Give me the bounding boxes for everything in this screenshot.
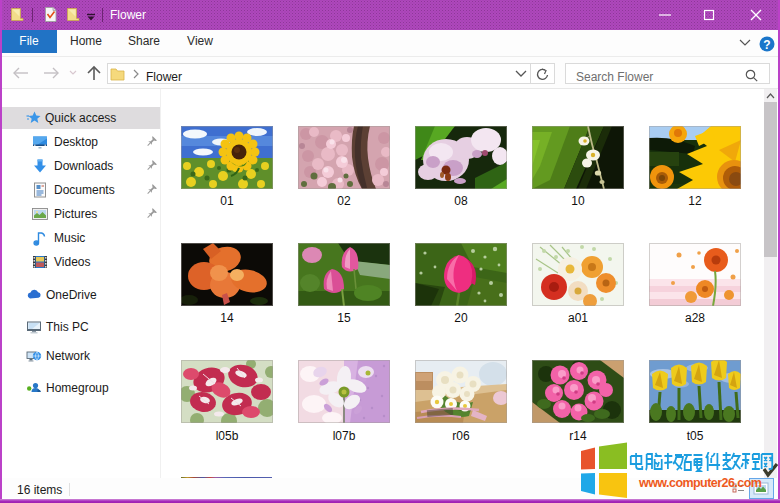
svg-text:?: ? [763, 38, 770, 52]
